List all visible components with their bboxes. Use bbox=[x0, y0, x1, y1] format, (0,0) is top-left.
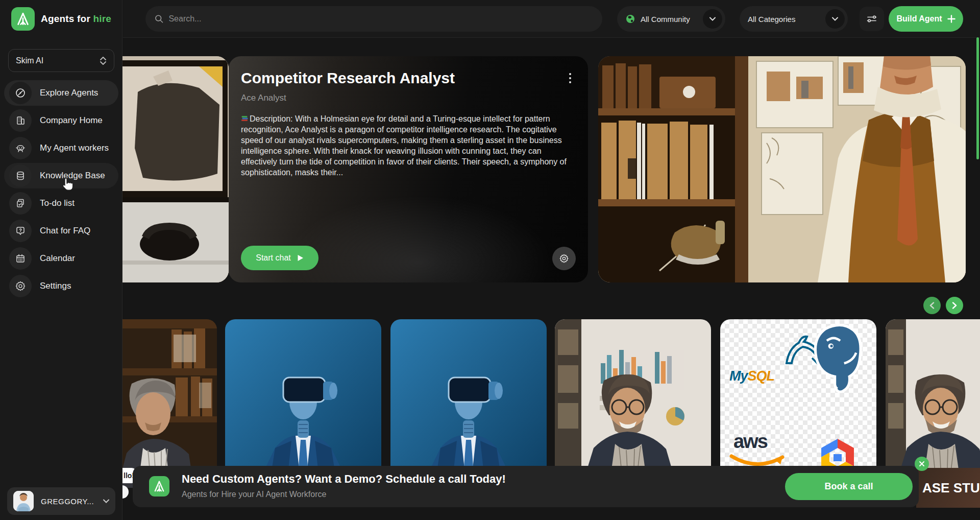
plus-icon bbox=[947, 15, 955, 23]
start-chat-label: Start chat bbox=[256, 253, 290, 263]
agent-card-vr-robot[interactable] bbox=[390, 319, 547, 488]
sidebar-item-label: My Agent workers bbox=[40, 143, 109, 153]
filter-sliders-button[interactable] bbox=[860, 7, 884, 31]
agent-title: Competitor Research Analyst bbox=[241, 69, 455, 87]
case-studies-label: ASE STUD bbox=[922, 480, 980, 496]
community-filter-dropdown[interactable]: All Community bbox=[617, 6, 725, 32]
demo-banner: Need Custom Agents? Want a Demo? Schedul… bbox=[133, 466, 919, 507]
brand-name: Agents for hire bbox=[41, 13, 111, 25]
chevron-down-icon bbox=[825, 9, 845, 29]
agent-card-analyst[interactable] bbox=[886, 319, 980, 488]
search-icon bbox=[155, 14, 163, 23]
checklist-icon bbox=[9, 192, 32, 215]
sidebar-item-chat-for-faq[interactable]: Chat for FAQ bbox=[4, 218, 118, 244]
user-name: GREGGORY... bbox=[41, 497, 96, 506]
postgresql-logo bbox=[807, 323, 873, 400]
calendar-icon bbox=[9, 247, 32, 270]
books-emoji-icon bbox=[241, 115, 249, 123]
agent-card-vr-robot[interactable] bbox=[225, 319, 381, 488]
user-menu[interactable]: GREGGORY... bbox=[7, 487, 115, 515]
robot-icon bbox=[9, 137, 32, 159]
start-chat-button[interactable]: Start chat bbox=[241, 246, 318, 270]
brand-logo-icon bbox=[11, 7, 35, 31]
workspace-label: Skim AI bbox=[16, 56, 43, 65]
search-bar[interactable] bbox=[145, 6, 602, 32]
sidebar-item-my-agent-workers[interactable]: My Agent workers bbox=[4, 135, 118, 161]
agents-for-hire-app: Agents for hire Skim AI Explore Agents bbox=[0, 0, 980, 520]
sidebar-item-company-home[interactable]: Company Home bbox=[4, 108, 118, 133]
workspace-select[interactable]: Skim AI bbox=[8, 49, 114, 72]
sidebar-item-explore-agents[interactable]: Explore Agents bbox=[4, 80, 118, 106]
hero-previous-slide-image[interactable] bbox=[122, 56, 229, 282]
sidebar-item-calendar[interactable]: Calendar bbox=[4, 246, 118, 271]
mysql-logo: MySQL bbox=[729, 368, 774, 384]
featured-agent-card: Competitor Research Analyst Ace Analyst … bbox=[229, 56, 588, 282]
chevron-down-icon bbox=[703, 9, 722, 29]
scrollbar-thumb[interactable] bbox=[976, 37, 979, 159]
agent-description: Description: With a Holmesian eye for de… bbox=[241, 113, 578, 178]
compass-icon bbox=[9, 82, 32, 104]
sidebar-item-label: Company Home bbox=[40, 115, 103, 126]
building-icon bbox=[9, 109, 32, 132]
sidebar-item-label: Knowledge Base bbox=[40, 171, 105, 181]
chevron-right-icon bbox=[952, 302, 957, 309]
sidebar-item-settings[interactable]: Settings bbox=[4, 273, 118, 299]
sidebar-item-label: Settings bbox=[40, 281, 71, 291]
unfold-icon bbox=[100, 56, 107, 65]
sidebar-menu: Explore Agents Company Home M bbox=[4, 80, 118, 301]
categories-filter-label: All Categories bbox=[748, 15, 795, 23]
sidebar-item-label: Chat for FAQ bbox=[40, 226, 90, 236]
agent-name: Ace Analyst bbox=[241, 93, 286, 103]
agent-settings-button[interactable] bbox=[552, 247, 576, 270]
topbar: All Community All Categories Build Agent bbox=[123, 0, 980, 38]
gear-icon bbox=[9, 275, 32, 297]
sidebar-item-label: To-do list bbox=[40, 198, 75, 208]
database-icon bbox=[9, 164, 32, 187]
globe-icon bbox=[625, 14, 635, 24]
gear-icon bbox=[559, 253, 569, 264]
search-input[interactable] bbox=[168, 14, 593, 23]
chevron-down-icon bbox=[103, 499, 109, 503]
agent-card-consultant[interactable] bbox=[122, 319, 217, 488]
chevron-left-icon bbox=[929, 302, 935, 309]
brand[interactable]: Agents for hire bbox=[11, 7, 111, 31]
banner-subheading: Agents for Hire your AI Agent Workforce bbox=[182, 490, 326, 499]
carousel-next-button[interactable] bbox=[946, 297, 963, 314]
agent-card-analyst[interactable] bbox=[555, 319, 711, 488]
carousel-prev-button[interactable] bbox=[923, 297, 941, 314]
community-filter-label: All Community bbox=[641, 15, 690, 23]
book-a-call-button[interactable]: Book a call bbox=[785, 473, 913, 500]
case-studies-card[interactable]: ASE STUD bbox=[916, 468, 980, 508]
close-icon bbox=[919, 461, 925, 467]
sidebar: Agents for hire Skim AI Explore Agents bbox=[0, 0, 122, 520]
user-avatar bbox=[13, 491, 34, 511]
sidebar-item-label: Explore Agents bbox=[40, 88, 98, 98]
sidebar-item-knowledge-base[interactable]: Knowledge Base bbox=[4, 163, 118, 188]
build-agent-button[interactable]: Build Agent bbox=[889, 6, 963, 32]
build-agent-label: Build Agent bbox=[896, 14, 942, 23]
aws-logo: aws bbox=[733, 431, 767, 453]
kebab-menu-icon[interactable] bbox=[562, 70, 578, 86]
agent-card-databases[interactable]: MySQL aws bbox=[720, 319, 876, 488]
banner-logo-icon bbox=[149, 476, 169, 497]
banner-close-button[interactable] bbox=[915, 457, 929, 471]
play-icon bbox=[297, 254, 304, 262]
banner-heading: Need Custom Agents? Want a Demo? Schedul… bbox=[182, 472, 506, 486]
sidebar-item-label: Calendar bbox=[40, 253, 75, 264]
sliders-icon bbox=[867, 14, 877, 23]
chat-question-icon bbox=[9, 220, 32, 242]
sidebar-item-todo-list[interactable]: To-do list bbox=[4, 191, 118, 216]
categories-filter-dropdown[interactable]: All Categories bbox=[740, 6, 848, 32]
hero-agent-image[interactable] bbox=[598, 56, 966, 282]
